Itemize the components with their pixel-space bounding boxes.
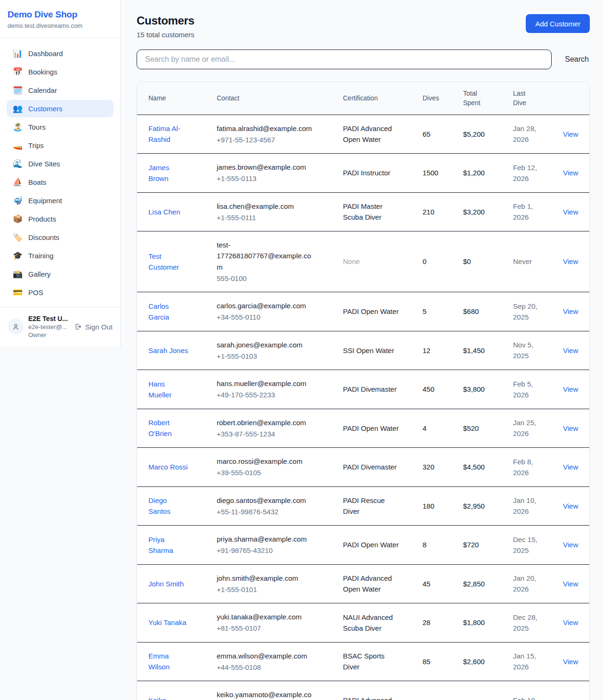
view-customer-link[interactable]: View — [563, 385, 578, 393]
column-header-name: Name — [137, 82, 205, 115]
sign-out-label: Sign Out — [85, 323, 113, 331]
customer-name-link[interactable]: Robert O'Brien — [148, 419, 172, 437]
sidebar-item-label: Tours — [28, 123, 46, 131]
sidebar-item-bookings[interactable]: 📅Bookings — [7, 63, 114, 81]
sidebar-item-label: Training — [28, 252, 54, 260]
customer-phone: +49-170-555-2233 — [217, 389, 317, 400]
customer-email: hans.mueller@example.com — [217, 378, 317, 389]
customer-last-dive: Feb 1, 2026 — [502, 192, 552, 231]
sidebar-item-tours[interactable]: 🏝️Tours — [7, 118, 114, 136]
view-customer-link[interactable]: View — [563, 658, 578, 666]
view-customer-link[interactable]: View — [563, 618, 578, 626]
customer-name-link[interactable]: Test Customer — [148, 252, 179, 271]
sidebar-item-trips[interactable]: 🚤Trips — [7, 137, 114, 154]
view-customer-link[interactable]: View — [563, 580, 578, 588]
table-header-row: NameContactCertificationDivesTotal Spent… — [137, 82, 589, 115]
customer-certification: PADI Open Water — [332, 526, 411, 565]
customer-dives: 45 — [411, 564, 452, 603]
customer-certification: PADI Advanced Open Water — [332, 681, 411, 700]
customer-certification: SSI Open Water — [332, 331, 411, 370]
customer-phone: +1-555-0111 — [217, 212, 317, 223]
customer-name-link[interactable]: Keiko Yamamoto — [148, 696, 182, 700]
customer-name-link[interactable]: Yuki Tanaka — [148, 618, 187, 626]
customer-dives: 0 — [411, 231, 452, 292]
customer-name-link[interactable]: Fatima Al-Rashid — [148, 124, 180, 143]
sidebar-item-customers[interactable]: 👥Customers — [7, 100, 114, 117]
customer-name-link[interactable]: Carlos Garcia — [148, 302, 169, 321]
view-customer-link[interactable]: View — [563, 169, 578, 177]
customer-email: yuki.tanaka@example.com — [217, 611, 317, 622]
column-header-dives: Dives — [411, 82, 452, 115]
avatar — [8, 319, 24, 335]
view-customer-link[interactable]: View — [563, 463, 578, 471]
view-customer-link[interactable]: View — [563, 502, 578, 510]
sidebar-item-equipment[interactable]: 🤿Equipment — [7, 192, 114, 209]
customer-name-link[interactable]: Diego Santos — [148, 496, 171, 515]
customer-name-link[interactable]: Marco Rossi — [148, 463, 187, 471]
calendar-icon: 🗓️ — [13, 86, 22, 94]
customer-certification: PADI Divemaster — [332, 448, 411, 487]
view-customer-link[interactable]: View — [563, 346, 578, 354]
view-customer-link[interactable]: View — [563, 257, 578, 265]
table-row: Lisa Chenlisa.chen@example.com+1-555-011… — [137, 192, 589, 231]
view-customer-link[interactable]: View — [563, 130, 578, 138]
sidebar-item-dashboard[interactable]: 📊Dashboard — [7, 45, 114, 62]
customer-name-link[interactable]: Hans Mueller — [148, 380, 171, 399]
customer-certification: PADI Open Water — [332, 292, 411, 331]
customer-certification: PADI Advanced Open Water — [332, 564, 411, 603]
customer-email: lisa.chen@example.com — [217, 201, 317, 212]
sidebar-item-label: Equipment — [28, 197, 62, 205]
customer-name-link[interactable]: Sarah Jones — [148, 346, 188, 354]
sidebar-item-discounts[interactable]: 🏷️Discounts — [7, 229, 114, 246]
user-icon — [12, 323, 20, 331]
customer-dives: 85 — [411, 642, 452, 681]
view-customer-link[interactable]: View — [563, 541, 578, 549]
sidebar-item-calendar[interactable]: 🗓️Calendar — [7, 82, 114, 99]
customer-dives: 8 — [411, 526, 452, 565]
customer-last-dive: Jan 10, 2026 — [502, 486, 552, 526]
customer-last-dive: Jan 28, 2026 — [502, 115, 552, 154]
table-row: Diego Santosdiego.santos@example.com+55-… — [137, 486, 589, 526]
customer-certification: PADI Instructor — [332, 154, 411, 193]
customer-email: sarah.jones@example.com — [217, 339, 317, 350]
brand-domain: demo.test.divestreams.com — [8, 22, 113, 29]
view-customer-link[interactable]: View — [563, 307, 578, 315]
add-customer-button[interactable]: Add Customer — [526, 14, 590, 33]
pos-icon: 💳 — [13, 288, 22, 296]
sidebar-item-training[interactable]: 🎓Training — [7, 247, 114, 264]
customer-name-link[interactable]: John Smith — [148, 580, 184, 588]
search-input[interactable] — [137, 49, 552, 69]
customer-total-spent: $2,950 — [452, 486, 502, 526]
customer-name-link[interactable]: Lisa Chen — [148, 208, 180, 216]
sidebar-item-label: Bookings — [28, 68, 57, 76]
table-row: Marco Rossimarco.rossi@example.com+39-55… — [137, 448, 589, 487]
search-button[interactable]: Search — [564, 53, 590, 66]
brand-name: Demo Dive Shop — [8, 9, 113, 20]
sidebar-item-products[interactable]: 📦Products — [7, 210, 114, 228]
table-row: Priya Sharmapriya.sharma@example.com+91-… — [137, 526, 589, 565]
customer-last-dive: Nov 5, 2025 — [502, 331, 552, 370]
sidebar-item-gallery[interactable]: 📸Gallery — [7, 265, 114, 283]
customer-dives: 180 — [411, 486, 452, 526]
customer-last-dive: Sep 20, 2025 — [502, 292, 552, 331]
customer-total-spent: $2,600 — [452, 642, 502, 681]
customer-phone: 555-0100 — [217, 273, 317, 284]
user-email: e2e-tester@... — [28, 323, 68, 330]
sidebar-item-pos[interactable]: 💳POS — [7, 284, 114, 301]
customer-last-dive: Feb 5, 2026 — [502, 370, 552, 409]
view-customer-link[interactable]: View — [563, 424, 578, 432]
table-row: Fatima Al-Rashidfatima.alrashid@example.… — [137, 115, 589, 154]
sign-out-button[interactable]: Sign Out — [74, 323, 113, 331]
customer-phone: +1-555-0103 — [217, 351, 317, 362]
boats-icon: ⛵ — [13, 178, 22, 186]
customer-email: john.smith@example.com — [217, 573, 317, 584]
sidebar-item-boats[interactable]: ⛵Boats — [7, 173, 114, 191]
sidebar-item-dive-sites[interactable]: 🌊Dive Sites — [7, 155, 114, 173]
sidebar: Demo Dive Shop demo.test.divestreams.com… — [0, 0, 121, 347]
customer-last-dive: Jan 25, 2026 — [502, 409, 552, 448]
customer-name-link[interactable]: James Brown — [148, 164, 169, 182]
customer-last-dive: Never — [502, 231, 552, 292]
view-customer-link[interactable]: View — [563, 208, 578, 216]
customer-name-link[interactable]: Priya Sharma — [148, 535, 173, 554]
customer-name-link[interactable]: Emma Wilson — [148, 652, 170, 671]
